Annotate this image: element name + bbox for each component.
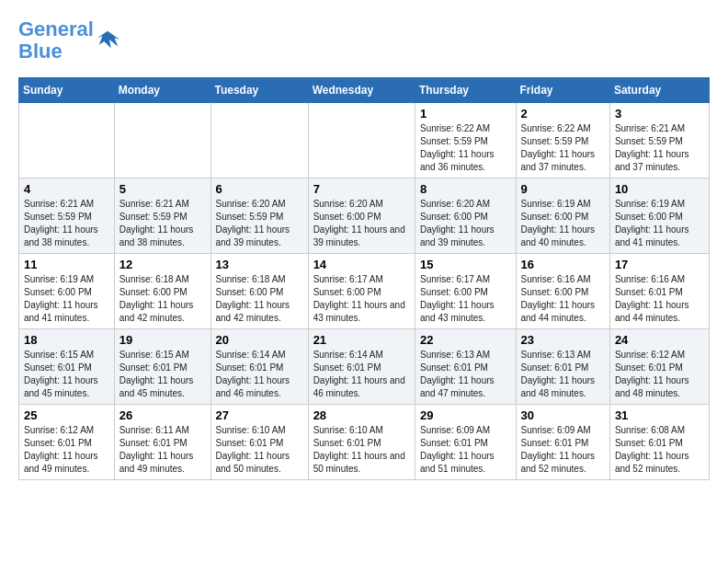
calendar-cell: 22 Sunrise: 6:13 AM Sunset: 6:01 PM Dayl…: [415, 329, 516, 405]
sunset-label: Sunset: 6:00 PM: [119, 287, 188, 297]
sunrise-label: Sunrise: 6:12 AM: [24, 425, 94, 435]
daylight-label: Daylight: 11 hours and 44 minutes.: [521, 300, 596, 323]
daylight-label: Daylight: 11 hours and 47 minutes.: [420, 375, 495, 398]
weekday-header-wednesday: Wednesday: [308, 78, 415, 103]
calendar-cell: 15 Sunrise: 6:17 AM Sunset: 6:00 PM Dayl…: [415, 254, 516, 329]
day-number: 25: [24, 408, 109, 422]
sunset-label: Sunset: 6:01 PM: [521, 362, 589, 373]
daylight-label: Daylight: 11 hours and 38 minutes.: [24, 224, 98, 247]
sunrise-label: Sunrise: 6:14 AM: [313, 350, 383, 360]
day-number: 6: [216, 182, 303, 196]
calendar-week-row: 25 Sunrise: 6:12 AM Sunset: 6:01 PM Dayl…: [19, 405, 710, 480]
daylight-label: Daylight: 11 hours and 43 minutes.: [313, 300, 405, 323]
weekday-header-monday: Monday: [114, 78, 210, 103]
day-info: Sunrise: 6:13 AM Sunset: 6:01 PM Dayligh…: [420, 349, 511, 400]
day-number: 9: [521, 182, 605, 196]
calendar-cell: 16 Sunrise: 6:16 AM Sunset: 6:00 PM Dayl…: [516, 254, 609, 329]
sunset-label: Sunset: 6:01 PM: [313, 438, 381, 448]
calendar-cell: 13 Sunrise: 6:18 AM Sunset: 6:00 PM Dayl…: [210, 254, 308, 329]
sunset-label: Sunset: 6:00 PM: [420, 212, 488, 222]
day-info: Sunrise: 6:20 AM Sunset: 6:00 PM Dayligh…: [420, 198, 511, 249]
sunrise-label: Sunrise: 6:09 AM: [521, 425, 591, 435]
day-number: 17: [615, 258, 704, 271]
sunrise-label: Sunrise: 6:21 AM: [615, 123, 685, 133]
sunset-label: Sunset: 6:01 PM: [24, 438, 92, 448]
sunset-label: Sunset: 5:59 PM: [420, 136, 488, 146]
day-number: 4: [24, 182, 109, 196]
daylight-label: Daylight: 11 hours and 42 minutes.: [216, 300, 290, 323]
calendar-cell: 5 Sunrise: 6:21 AM Sunset: 5:59 PM Dayli…: [114, 178, 210, 254]
logo-text: General Blue: [18, 18, 94, 63]
daylight-label: Daylight: 11 hours and 44 minutes.: [615, 300, 689, 323]
sunset-label: Sunset: 6:01 PM: [119, 362, 188, 373]
day-number: 15: [420, 258, 511, 271]
calendar-cell: 24 Sunrise: 6:12 AM Sunset: 6:01 PM Dayl…: [609, 329, 709, 405]
calendar-cell: 4 Sunrise: 6:21 AM Sunset: 5:59 PM Dayli…: [19, 178, 115, 254]
sunrise-label: Sunrise: 6:10 AM: [216, 425, 286, 435]
page-header: General Blue: [18, 18, 710, 63]
sunrise-label: Sunrise: 6:15 AM: [24, 350, 94, 360]
day-number: 10: [615, 182, 704, 196]
day-number: 7: [313, 182, 410, 196]
sunset-label: Sunset: 6:00 PM: [24, 287, 92, 297]
day-number: 22: [420, 333, 511, 347]
calendar-cell: 30 Sunrise: 6:09 AM Sunset: 6:01 PM Dayl…: [516, 405, 609, 480]
daylight-label: Daylight: 11 hours and 37 minutes.: [521, 149, 596, 172]
daylight-label: Daylight: 11 hours and 52 minutes.: [521, 451, 596, 474]
day-info: Sunrise: 6:20 AM Sunset: 5:59 PM Dayligh…: [216, 198, 303, 249]
calendar-cell: 19 Sunrise: 6:15 AM Sunset: 6:01 PM Dayl…: [114, 329, 210, 405]
sunset-label: Sunset: 6:01 PM: [313, 362, 381, 373]
svg-marker-0: [97, 31, 119, 49]
sunrise-label: Sunrise: 6:09 AM: [420, 425, 490, 435]
calendar-cell: 23 Sunrise: 6:13 AM Sunset: 6:01 PM Dayl…: [516, 329, 609, 405]
day-number: 27: [216, 408, 303, 422]
daylight-label: Daylight: 11 hours and 51 minutes.: [420, 451, 495, 474]
day-number: 2: [521, 107, 605, 121]
sunset-label: Sunset: 5:59 PM: [615, 136, 683, 146]
daylight-label: Daylight: 11 hours and 52 minutes.: [615, 451, 689, 474]
daylight-label: Daylight: 11 hours and 48 minutes.: [615, 375, 689, 398]
daylight-label: Daylight: 11 hours and 42 minutes.: [119, 300, 194, 323]
daylight-label: Daylight: 11 hours and 43 minutes.: [420, 300, 495, 323]
sunset-label: Sunset: 6:01 PM: [521, 438, 589, 448]
day-number: 26: [119, 408, 206, 422]
day-info: Sunrise: 6:21 AM Sunset: 5:59 PM Dayligh…: [615, 122, 704, 174]
sunrise-label: Sunrise: 6:21 AM: [24, 199, 94, 209]
sunrise-label: Sunrise: 6:20 AM: [216, 199, 286, 209]
daylight-label: Daylight: 11 hours and 40 minutes.: [521, 224, 596, 247]
weekday-header-sunday: Sunday: [19, 78, 115, 103]
calendar-cell: 11 Sunrise: 6:19 AM Sunset: 6:00 PM Dayl…: [19, 254, 115, 329]
day-info: Sunrise: 6:20 AM Sunset: 6:00 PM Dayligh…: [313, 198, 410, 249]
day-info: Sunrise: 6:22 AM Sunset: 5:59 PM Dayligh…: [521, 122, 605, 174]
calendar-cell: 1 Sunrise: 6:22 AM Sunset: 5:59 PM Dayli…: [415, 103, 516, 178]
calendar-cell: 12 Sunrise: 6:18 AM Sunset: 6:00 PM Dayl…: [114, 254, 210, 329]
sunrise-label: Sunrise: 6:12 AM: [615, 350, 685, 360]
sunrise-label: Sunrise: 6:15 AM: [119, 350, 189, 360]
day-number: 5: [119, 182, 206, 196]
sunrise-label: Sunrise: 6:18 AM: [119, 274, 189, 284]
logo-bird-icon: [96, 28, 121, 53]
day-info: Sunrise: 6:13 AM Sunset: 6:01 PM Dayligh…: [521, 349, 605, 400]
sunrise-label: Sunrise: 6:19 AM: [615, 199, 685, 209]
daylight-label: Daylight: 11 hours and 50 minutes.: [313, 451, 405, 474]
sunset-label: Sunset: 6:01 PM: [24, 362, 92, 373]
day-info: Sunrise: 6:17 AM Sunset: 6:00 PM Dayligh…: [313, 273, 410, 325]
day-number: 13: [216, 258, 303, 271]
calendar-cell: 28 Sunrise: 6:10 AM Sunset: 6:01 PM Dayl…: [308, 405, 415, 480]
daylight-label: Daylight: 11 hours and 46 minutes.: [313, 375, 405, 398]
sunrise-label: Sunrise: 6:16 AM: [521, 274, 591, 284]
daylight-label: Daylight: 11 hours and 37 minutes.: [615, 149, 689, 172]
sunrise-label: Sunrise: 6:13 AM: [420, 350, 490, 360]
daylight-label: Daylight: 11 hours and 39 minutes.: [420, 224, 495, 247]
day-number: 24: [615, 333, 704, 347]
daylight-label: Daylight: 11 hours and 39 minutes.: [216, 224, 290, 247]
calendar-cell: 27 Sunrise: 6:10 AM Sunset: 6:01 PM Dayl…: [210, 405, 308, 480]
calendar-cell: 14 Sunrise: 6:17 AM Sunset: 6:00 PM Dayl…: [308, 254, 415, 329]
sunrise-label: Sunrise: 6:11 AM: [119, 425, 189, 435]
day-info: Sunrise: 6:21 AM Sunset: 5:59 PM Dayligh…: [119, 198, 206, 249]
calendar-week-row: 11 Sunrise: 6:19 AM Sunset: 6:00 PM Dayl…: [19, 254, 710, 329]
calendar-cell: [308, 103, 415, 178]
day-number: 11: [24, 258, 109, 271]
calendar-cell: 21 Sunrise: 6:14 AM Sunset: 6:01 PM Dayl…: [308, 329, 415, 405]
day-number: 23: [521, 333, 605, 347]
